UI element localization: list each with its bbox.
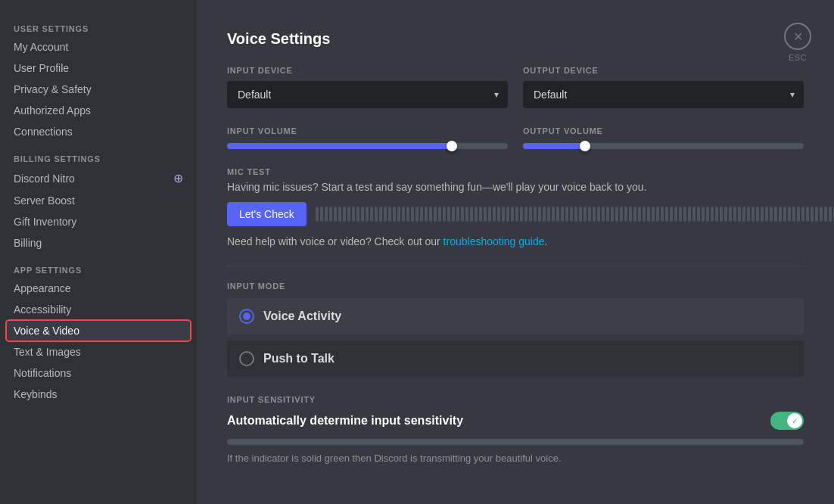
sidebar-item-user-profile[interactable]: User Profile bbox=[6, 58, 191, 79]
mic-bar bbox=[606, 207, 609, 222]
mic-bar bbox=[788, 207, 791, 222]
sidebar-item-accessibility[interactable]: Accessibility bbox=[6, 299, 191, 320]
voice-activity-label: Voice Activity bbox=[263, 310, 341, 323]
sidebar-item-discord-nitro[interactable]: Discord Nitro ⊕ bbox=[6, 166, 191, 190]
device-row: INPUT DEVICE Default ▾ OUTPUT DEVICE Def… bbox=[227, 66, 804, 108]
sidebar-item-notifications[interactable]: Notifications bbox=[6, 362, 191, 384]
sidebar-item-keybinds[interactable]: Keybinds bbox=[6, 384, 191, 405]
sidebar-item-privacy-safety[interactable]: Privacy & Safety bbox=[6, 79, 191, 100]
mic-bar bbox=[393, 207, 396, 222]
mic-bar bbox=[579, 207, 582, 222]
mic-bar bbox=[415, 207, 419, 222]
mic-bar bbox=[552, 207, 555, 222]
mic-bar bbox=[702, 207, 705, 222]
sidebar-item-label: My Account bbox=[14, 41, 68, 53]
output-volume-slider[interactable] bbox=[523, 143, 804, 149]
mic-bar bbox=[670, 207, 673, 222]
esc-label: ESC bbox=[789, 53, 807, 62]
mic-bar bbox=[356, 207, 359, 222]
auto-sensitivity-title: Automatically determine input sensitivit… bbox=[227, 414, 463, 428]
mic-bar bbox=[343, 207, 346, 222]
mic-bar bbox=[797, 207, 800, 222]
mic-bar bbox=[829, 207, 832, 222]
mic-bar bbox=[824, 207, 827, 222]
mic-bar bbox=[647, 207, 650, 222]
main-content: ✕ ESC Voice Settings INPUT DEVICE Defaul… bbox=[197, 0, 834, 504]
sidebar-item-label: Gift Inventory bbox=[14, 216, 76, 228]
mic-bar bbox=[742, 207, 745, 222]
mic-bar bbox=[506, 207, 509, 222]
mic-bar bbox=[402, 207, 405, 222]
mic-bar bbox=[370, 207, 373, 222]
sidebar-item-label: Text & Images bbox=[14, 346, 81, 358]
mic-test-row: Let's Check bbox=[227, 202, 804, 226]
mic-bar bbox=[547, 207, 550, 222]
mic-bar bbox=[733, 207, 736, 222]
mic-bar bbox=[493, 207, 496, 222]
mic-bar bbox=[538, 207, 541, 222]
sidebar-item-my-account[interactable]: My Account bbox=[6, 36, 191, 58]
input-device-select[interactable]: Default bbox=[227, 81, 508, 108]
mic-bar bbox=[334, 207, 337, 222]
input-sensitivity-section: INPUT SENSITIVITY Automatically determin… bbox=[227, 395, 804, 464]
sidebar-item-billing[interactable]: Billing bbox=[6, 232, 191, 254]
divider bbox=[227, 266, 804, 266]
mic-bar bbox=[524, 207, 527, 222]
sidebar-item-label: Voice & Video bbox=[14, 325, 79, 337]
mic-test-label: MIC TEST bbox=[227, 167, 804, 176]
input-volume-slider[interactable] bbox=[227, 143, 508, 149]
mic-bar bbox=[411, 207, 414, 222]
mic-bar bbox=[765, 207, 768, 222]
mic-bar bbox=[615, 207, 618, 222]
sidebar-item-label: Connections bbox=[14, 126, 73, 138]
esc-button[interactable]: ✕ ESC bbox=[784, 23, 811, 62]
sensitivity-slider[interactable] bbox=[227, 439, 804, 445]
mic-bar bbox=[329, 207, 332, 222]
mic-bar bbox=[638, 207, 641, 222]
sidebar-item-label: Billing bbox=[14, 237, 42, 249]
radio-checked-icon bbox=[239, 309, 254, 324]
output-device-select[interactable]: Default bbox=[523, 81, 804, 108]
volume-row: INPUT VOLUME OUTPUT VOLUME bbox=[227, 126, 804, 149]
input-mode-section: INPUT MODE Voice Activity Push to Talk bbox=[227, 282, 804, 377]
close-icon[interactable]: ✕ bbox=[784, 23, 811, 50]
mic-bar bbox=[715, 207, 718, 222]
sidebar-item-connections[interactable]: Connections bbox=[6, 121, 191, 142]
mic-bar bbox=[593, 207, 596, 222]
mic-bar bbox=[347, 207, 350, 222]
mic-bar bbox=[624, 207, 627, 222]
sidebar-item-voice-video[interactable]: Voice & Video bbox=[6, 320, 191, 341]
sidebar-item-server-boost[interactable]: Server Boost bbox=[6, 190, 191, 211]
sidebar-item-appearance[interactable]: Appearance bbox=[6, 278, 191, 299]
sidebar-item-label: Appearance bbox=[14, 282, 71, 294]
mic-bar bbox=[720, 207, 723, 222]
push-to-talk-option[interactable]: Push to Talk bbox=[227, 341, 804, 377]
sidebar-item-label: Accessibility bbox=[14, 303, 71, 316]
mic-test-section: MIC TEST Having mic issues? Start a test… bbox=[227, 167, 804, 247]
input-volume-label: INPUT VOLUME bbox=[227, 126, 508, 135]
auto-sensitivity-toggle[interactable]: ✓ bbox=[770, 412, 804, 430]
sidebar-item-label: Keybinds bbox=[14, 388, 58, 400]
lets-check-button[interactable]: Let's Check bbox=[227, 202, 307, 226]
input-device-dropdown-wrapper[interactable]: Default ▾ bbox=[227, 81, 508, 108]
mic-bar bbox=[656, 207, 659, 222]
mic-visualizer bbox=[316, 202, 834, 226]
troubleshoot-link[interactable]: troubleshooting guide bbox=[443, 235, 545, 247]
mic-bar bbox=[602, 207, 605, 222]
mic-bar bbox=[588, 207, 591, 222]
push-to-talk-label: Push to Talk bbox=[263, 352, 335, 366]
mic-bar bbox=[724, 207, 727, 222]
sidebar-item-text-images[interactable]: Text & Images bbox=[6, 341, 191, 362]
sidebar-item-gift-inventory[interactable]: Gift Inventory bbox=[6, 211, 191, 232]
mic-bar bbox=[388, 207, 391, 222]
sidebar-item-authorized-apps[interactable]: Authorized Apps bbox=[6, 100, 191, 121]
sensitivity-row: Automatically determine input sensitivit… bbox=[227, 412, 804, 430]
output-device-dropdown-wrapper[interactable]: Default ▾ bbox=[523, 81, 804, 108]
mic-bar bbox=[792, 207, 795, 222]
voice-activity-option[interactable]: Voice Activity bbox=[227, 298, 804, 334]
radio-unchecked-icon bbox=[239, 351, 254, 366]
output-volume-group: OUTPUT VOLUME bbox=[523, 126, 804, 149]
mic-bar bbox=[565, 207, 568, 222]
mic-bar bbox=[633, 207, 636, 222]
mic-bar bbox=[643, 207, 646, 222]
